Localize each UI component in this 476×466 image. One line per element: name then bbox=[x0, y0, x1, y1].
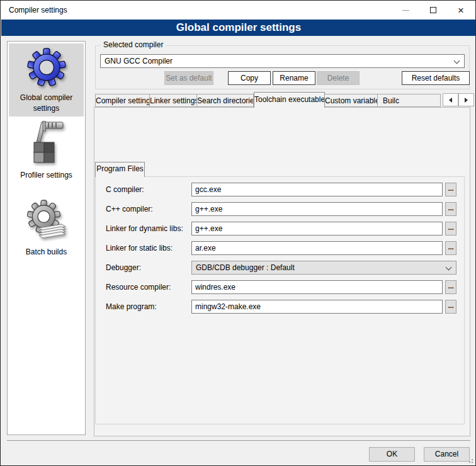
minimize-button[interactable] bbox=[391, 1, 420, 20]
cpp-compiler-label: C++ compiler: bbox=[106, 202, 191, 216]
footer-divider bbox=[7, 440, 470, 441]
maximize-button[interactable] bbox=[419, 1, 448, 20]
debugger-value: GDB/CDB debugger : Default bbox=[196, 263, 295, 272]
resource-compiler-label: Resource compiler: bbox=[106, 280, 191, 294]
gear-stack-icon bbox=[25, 199, 68, 242]
page-title: Global compiler settings bbox=[1, 20, 476, 36]
make-program-browse-button[interactable]: ... bbox=[445, 300, 456, 314]
debugger-label: Debugger: bbox=[106, 261, 191, 275]
close-button[interactable]: × bbox=[446, 1, 475, 20]
window-title: Compiler settings bbox=[9, 6, 67, 14]
arrow-right-icon bbox=[465, 98, 468, 103]
tab-compiler-settings[interactable]: Compiler settings bbox=[95, 94, 150, 107]
linker-static-input[interactable] bbox=[191, 241, 443, 255]
cpp-compiler-input[interactable] bbox=[191, 202, 443, 216]
c-compiler-input[interactable] bbox=[191, 183, 443, 196]
debugger-dropdown[interactable]: GDB/CDB debugger : Default bbox=[191, 261, 456, 275]
copy-button[interactable]: Copy bbox=[228, 71, 271, 85]
chevron-down-icon bbox=[454, 58, 460, 64]
make-program-label: Make program: bbox=[106, 300, 191, 314]
close-icon: × bbox=[458, 5, 464, 16]
cpp-compiler-browse-button[interactable]: ... bbox=[445, 202, 456, 216]
caliper-icon bbox=[26, 121, 67, 166]
linker-static-label: Linker for static libs: bbox=[106, 241, 191, 255]
minimize-icon bbox=[402, 10, 409, 11]
sidebar-item-global-compiler-settings[interactable]: Global compiler settings bbox=[9, 43, 84, 116]
tab-custom-variables[interactable]: Custom variables bbox=[325, 94, 378, 107]
linker-dynamic-input[interactable] bbox=[191, 222, 443, 236]
linker-dynamic-label: Linker for dynamic libs: bbox=[106, 222, 191, 236]
selected-compiler-dropdown[interactable]: GNU GCC Compiler bbox=[100, 54, 465, 68]
linker-dynamic-browse-button[interactable]: ... bbox=[445, 222, 456, 236]
c-compiler-browse-button[interactable]: ... bbox=[445, 183, 456, 196]
tab-linker-settings[interactable]: Linker settings bbox=[150, 94, 197, 107]
chevron-down-icon bbox=[446, 264, 452, 271]
linker-static-browse-button[interactable]: ... bbox=[445, 241, 456, 255]
delete-button[interactable]: Delete bbox=[317, 71, 360, 85]
set-as-default-button[interactable]: Set as default bbox=[164, 71, 213, 85]
arrow-left-icon bbox=[449, 98, 452, 103]
make-program-input[interactable] bbox=[191, 300, 443, 314]
resource-compiler-browse-button[interactable]: ... bbox=[445, 280, 456, 294]
sidebar-item-label: Batch builds bbox=[9, 247, 84, 258]
subtab-program-files[interactable]: Program Files bbox=[95, 162, 145, 177]
ok-button[interactable]: OK bbox=[369, 447, 415, 462]
settings-category-sidebar: Global compiler settings bbox=[7, 41, 86, 435]
tab-toolchain-executables[interactable]: Toolchain executables bbox=[254, 92, 325, 108]
sidebar-item-label: Global compiler settings bbox=[9, 93, 84, 114]
sidebar-item-batch-builds[interactable]: Batch builds bbox=[9, 199, 84, 259]
rename-button[interactable]: Rename bbox=[273, 71, 315, 85]
c-compiler-label: C compiler: bbox=[106, 183, 191, 196]
tab-build-options-truncated[interactable]: Builc bbox=[378, 94, 441, 107]
maximize-icon bbox=[430, 7, 436, 13]
selected-compiler-value: GNU GCC Compiler bbox=[105, 57, 173, 65]
resize-grip[interactable] bbox=[468, 458, 473, 463]
titlebar[interactable]: Compiler settings × bbox=[1, 1, 475, 20]
compiler-settings-window: Compiler settings × Global compiler sett… bbox=[0, 0, 476, 466]
sidebar-item-label: Profiler settings bbox=[9, 170, 84, 181]
blue-gear-icon bbox=[26, 47, 67, 88]
tab-search-directories[interactable]: Search directories bbox=[197, 94, 254, 107]
tab-scroll-left-button[interactable] bbox=[443, 93, 458, 106]
reset-defaults-button[interactable]: Reset defaults bbox=[402, 71, 470, 85]
sidebar-item-profiler-settings[interactable]: Profiler settings bbox=[9, 121, 84, 184]
tab-scroll-right-button[interactable] bbox=[458, 93, 474, 106]
resource-compiler-input[interactable] bbox=[191, 280, 443, 294]
group-label: Selected compiler bbox=[101, 40, 166, 49]
cancel-button[interactable]: Cancel bbox=[424, 447, 470, 462]
